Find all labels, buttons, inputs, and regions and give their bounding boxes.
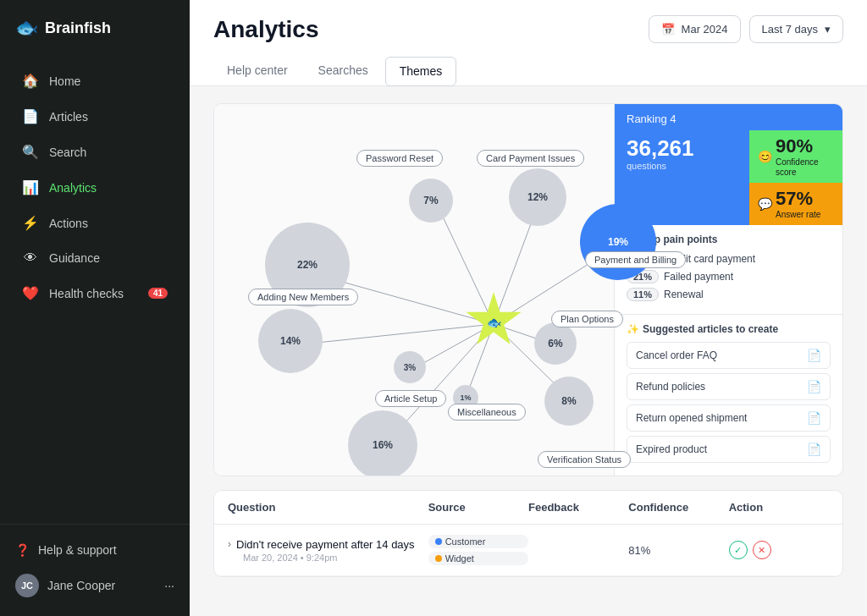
sidebar-item-home[interactable]: 🏠 Home xyxy=(7,63,183,98)
article-item-1[interactable]: Refund policies 📄 xyxy=(627,373,831,400)
header: Analytics 📅 Mar 2024 Last 7 days ▾ Help … xyxy=(190,0,867,86)
chevron-right-icon[interactable]: › xyxy=(228,538,231,550)
pain-item-2: 11% Renewal xyxy=(627,288,831,301)
col-source: Source xyxy=(428,501,528,514)
bubble-14[interactable]: 14% xyxy=(258,309,323,373)
sidebar-item-guidance[interactable]: 👁 Guidance xyxy=(7,241,183,275)
bubble-3[interactable]: 3% xyxy=(394,351,426,383)
avatar: JC xyxy=(15,574,39,597)
bubble-19[interactable]: 19% xyxy=(580,204,656,280)
tabs: Help center Searches Themes xyxy=(213,57,843,85)
home-icon: 🏠 xyxy=(22,73,39,89)
question-cell: › Didn't receive payment after 14 days M… xyxy=(228,538,428,563)
date-picker[interactable]: 📅 Mar 2024 xyxy=(649,15,741,43)
confidence-score-label: Confidence score xyxy=(776,157,834,178)
range-picker[interactable]: Last 7 days ▾ xyxy=(749,15,844,43)
help-label: Help & support xyxy=(38,543,117,557)
date-label: Mar 2024 xyxy=(682,23,728,36)
doc-icon-1: 📄 xyxy=(807,380,821,393)
sidebar-item-label: Guidance xyxy=(49,251,100,265)
article-label-0: Cancel order FAQ xyxy=(636,349,717,361)
tab-themes[interactable]: Themes xyxy=(385,57,457,86)
sidebar-item-analytics[interactable]: 📊 Analytics xyxy=(7,170,183,205)
user-profile[interactable]: JC Jane Cooper ··· xyxy=(15,565,174,606)
approve-button[interactable]: ✓ xyxy=(729,541,748,559)
sidebar: 🐟 Brainfish 🏠 Home 📄 Articles 🔍 Search 📊… xyxy=(0,0,190,616)
logo[interactable]: 🐟 Brainfish xyxy=(0,0,190,56)
sidebar-item-label: Home xyxy=(49,74,80,88)
sidebar-nav: 🏠 Home 📄 Articles 🔍 Search 📊 Analytics ⚡… xyxy=(0,56,190,524)
question-text: Didn't receive payment after 14 days xyxy=(236,538,415,551)
pain-label-2: Renewal xyxy=(664,289,704,300)
label-card-payment: Card Payment Issues xyxy=(477,150,584,167)
bubble-12[interactable]: 12% xyxy=(509,168,566,226)
bubble-16[interactable]: 16% xyxy=(348,410,417,476)
col-feedback: Feedback xyxy=(528,501,628,514)
article-item-3[interactable]: Expired product 📄 xyxy=(627,436,831,463)
dot-blue xyxy=(435,538,442,545)
confidence-cell: 81% xyxy=(628,544,728,557)
bubble-8[interactable]: 8% xyxy=(544,377,594,426)
sidebar-item-actions[interactable]: ⚡ Actions xyxy=(7,206,183,240)
action-icons: ✓ ✕ xyxy=(729,541,829,559)
svg-line-4 xyxy=(293,324,494,345)
star-fish-icon: 🐟 xyxy=(487,316,501,329)
center-star: 🐟 xyxy=(465,292,522,349)
label-article-setup: Article Setup xyxy=(375,390,446,407)
page-title: Analytics xyxy=(213,16,319,43)
main-content: Analytics 📅 Mar 2024 Last 7 days ▾ Help … xyxy=(190,0,867,616)
confidence-score-stat: 😊 90% Confidence score xyxy=(749,130,842,183)
ranking-header: Ranking 4 xyxy=(615,104,842,130)
article-label-1: Refund policies xyxy=(636,381,705,393)
sidebar-item-label: Analytics xyxy=(49,181,97,195)
range-label: Last 7 days xyxy=(762,23,819,36)
article-label-2: Return opened shipment xyxy=(636,412,747,424)
sidebar-item-healthchecks[interactable]: ❤️ Health checks 41 xyxy=(7,276,183,311)
app-name: Brainfish xyxy=(45,19,111,37)
smiley-icon: 😊 xyxy=(758,150,772,163)
questions-count: 36,261 xyxy=(627,137,737,159)
bubble-area: 🐟 22% 7% 12% 19% 14% 3% 6% 1% 8% xyxy=(214,104,614,476)
bubble-7[interactable]: 7% xyxy=(409,179,453,223)
pain-badge-2: 11% xyxy=(627,288,659,301)
guidance-icon: 👁 xyxy=(22,250,39,266)
label-payment-billing: Payment and Billing xyxy=(585,251,686,268)
label-password-reset: Password Reset xyxy=(356,150,443,167)
question-date: Mar 20, 2024 • 9:24pm xyxy=(228,553,428,563)
answer-icon: 💬 xyxy=(758,197,772,211)
sidebar-footer: ❓ Help & support JC Jane Cooper ··· xyxy=(0,524,190,616)
article-label-3: Expired product xyxy=(636,443,707,455)
tab-searches[interactable]: Searches xyxy=(305,57,382,85)
pain-label-1: Failed payment xyxy=(664,271,733,283)
sidebar-item-articles[interactable]: 📄 Articles xyxy=(7,99,183,134)
right-panel: Ranking 4 36,261 questions 😊 90% Confide… xyxy=(614,104,842,476)
header-controls: 📅 Mar 2024 Last 7 days ▾ xyxy=(649,15,843,43)
user-name: Jane Cooper xyxy=(47,579,115,592)
articles-icon: 📄 xyxy=(22,108,39,124)
reject-button[interactable]: ✕ xyxy=(753,541,771,559)
help-support-link[interactable]: ❓ Help & support xyxy=(15,535,174,565)
tab-help-center[interactable]: Help center xyxy=(213,57,301,85)
user-menu-dots[interactable]: ··· xyxy=(164,579,174,592)
label-miscellaneous: Miscellaneous xyxy=(448,404,526,421)
calendar-icon: 📅 xyxy=(661,23,675,36)
ranking-stats: 36,261 questions 😊 90% Confidence score xyxy=(615,130,842,225)
col-question: Question xyxy=(228,501,428,514)
ranking-label: Ranking 4 xyxy=(627,113,676,125)
question-main: › Didn't receive payment after 14 days xyxy=(228,538,428,551)
chart-panel: 🐟 22% 7% 12% 19% 14% 3% 6% 1% 8% xyxy=(213,103,843,476)
article-item-2[interactable]: Return opened shipment 📄 xyxy=(627,404,831,432)
sidebar-item-label: Actions xyxy=(49,217,88,230)
healthchecks-icon: ❤️ xyxy=(22,285,39,301)
article-item-0[interactable]: Cancel order FAQ 📄 xyxy=(627,342,831,369)
sidebar-item-label: Articles xyxy=(49,110,88,124)
answer-rate-label: Answer rate xyxy=(776,210,820,220)
doc-icon-0: 📄 xyxy=(807,349,821,362)
stat-right: 😊 90% Confidence score 💬 57% Answer rate xyxy=(749,130,842,225)
actions-icon: ⚡ xyxy=(22,215,39,231)
suggested-articles-title: ✨ Suggested articles to create xyxy=(627,323,831,335)
sparkle-icon: ✨ xyxy=(627,323,639,335)
source-badge-customer: Customer xyxy=(428,535,528,548)
bubble-6[interactable]: 6% xyxy=(534,322,577,365)
sidebar-item-search[interactable]: 🔍 Search xyxy=(7,135,183,169)
